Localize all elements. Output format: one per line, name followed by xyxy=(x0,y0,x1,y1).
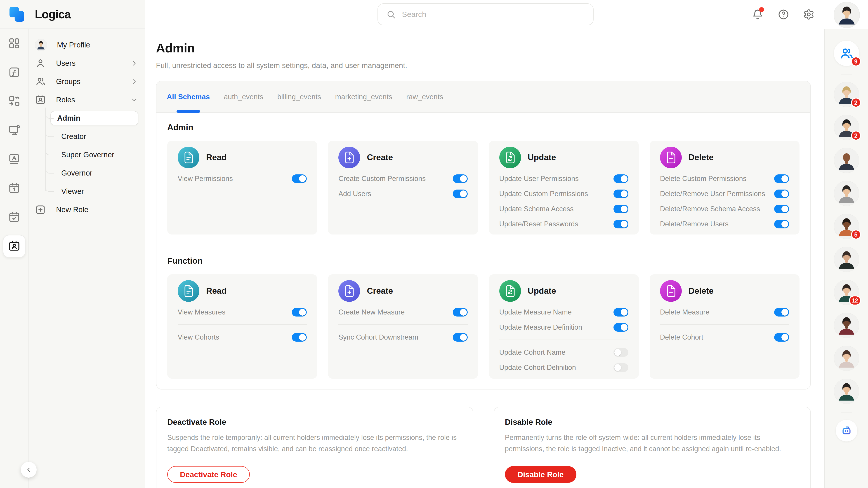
role-label: Super Governer xyxy=(61,151,114,159)
roles-card-icon xyxy=(8,240,21,253)
rail-avatar-6[interactable] xyxy=(834,247,859,272)
danger-card-description: Suspends the role temporarily: all curre… xyxy=(167,432,461,454)
chevron-right-icon xyxy=(130,77,138,86)
card-header: Update xyxy=(499,147,628,168)
toggle-sync-cohort-downstream[interactable] xyxy=(453,333,468,341)
admin-delete-card: Delete Delete Custom Permissions Delete/… xyxy=(650,141,800,234)
rail-avatar-4[interactable] xyxy=(834,181,859,206)
sidebar-role-viewer[interactable]: Viewer xyxy=(45,182,138,200)
permission-row: Delete Measure xyxy=(660,304,789,320)
permission-label: Update Measure Definition xyxy=(499,323,582,331)
sidebar-role-admin[interactable]: Admin xyxy=(45,109,138,127)
toggle-update-custom-permissions[interactable] xyxy=(614,190,628,198)
tab-auth_events[interactable]: auth_events xyxy=(224,81,263,112)
rail-pipeline[interactable] xyxy=(7,94,21,108)
function-icon xyxy=(8,66,21,78)
rail-calendar-check[interactable] xyxy=(7,210,21,224)
sidebar-item-roles[interactable]: Roles xyxy=(34,91,138,109)
sidebar-item-users[interactable]: Users xyxy=(34,54,138,72)
toggle-delete-custom-permissions[interactable] xyxy=(774,174,789,183)
toggle-create-new-measure[interactable] xyxy=(453,308,468,317)
user-avatar[interactable] xyxy=(834,2,860,28)
rail-avatar-5[interactable]: 5 xyxy=(834,214,859,239)
sidebar-item-my-profile[interactable]: My Profile xyxy=(34,36,138,54)
permission-row: Delete Custom Permissions xyxy=(660,171,789,186)
permission-label: Add Users xyxy=(338,190,371,198)
disable-role-button[interactable]: Disable Role xyxy=(505,466,577,483)
toggle-delete-remove-users[interactable] xyxy=(774,220,789,228)
toggle-update-cohort-definition[interactable] xyxy=(614,363,628,372)
toggle-delete-remove-schema-access[interactable] xyxy=(774,205,789,213)
toggle-update-cohort-name[interactable] xyxy=(614,348,628,357)
toggle-delete-cohort[interactable] xyxy=(774,333,789,341)
card-title: Update xyxy=(528,153,556,162)
rail-avatar-2[interactable]: 2 xyxy=(834,115,859,140)
rail-calendar-date[interactable] xyxy=(7,181,21,195)
rail-monitor[interactable] xyxy=(7,123,21,137)
role-label: Viewer xyxy=(61,187,84,196)
permission-row: Update Cohort Definition xyxy=(499,360,628,375)
admin-update-card: Update Update User Permissions Update Cu… xyxy=(489,141,639,234)
permission-row: Update/Reset Passwords xyxy=(499,217,628,232)
toggle-update-user-permissions[interactable] xyxy=(614,174,628,183)
permission-row: Update User Permissions xyxy=(499,171,628,186)
sidebar-item-label: Groups xyxy=(56,77,120,86)
tab-all-schemas[interactable]: All Schemas xyxy=(167,81,210,112)
function-delete-card: Delete Delete Measure Delete Cohort xyxy=(650,274,800,379)
permission-row: Sync Cohort Downstream xyxy=(338,330,467,345)
permission-label: Delete/Remove Schema Access xyxy=(660,205,760,213)
rail-roles-card-active[interactable] xyxy=(3,235,26,258)
sidebar-collapse-button[interactable] xyxy=(21,462,37,478)
tab-raw_events[interactable]: raw_events xyxy=(406,81,443,112)
rail-avatar-10[interactable] xyxy=(834,379,859,404)
toggle-create-custom-permissions[interactable] xyxy=(453,174,468,183)
permission-label: Update Measure Name xyxy=(499,308,572,316)
settings-gear-icon[interactable] xyxy=(802,8,815,21)
assistant-robot-button[interactable] xyxy=(836,420,857,442)
rail-dashboard[interactable] xyxy=(7,37,21,50)
sidebar-item-new-role[interactable]: New Role xyxy=(34,200,138,219)
tab-billing_events[interactable]: billing_events xyxy=(277,81,321,112)
sidebar-role-governor[interactable]: Governor xyxy=(45,164,138,182)
dashboard-icon xyxy=(8,37,21,50)
toggle-view-permissions[interactable] xyxy=(292,174,307,183)
card-title: Create xyxy=(367,286,393,296)
permission-row: Delete/Remove Schema Access xyxy=(660,201,789,217)
toggle-add-users[interactable] xyxy=(453,190,468,198)
help-icon[interactable] xyxy=(777,8,790,21)
toggle-view-measures[interactable] xyxy=(292,308,307,317)
card-title: Update xyxy=(528,286,556,296)
search-bar[interactable] xyxy=(377,3,594,25)
toggle-update-schema-access[interactable] xyxy=(614,205,628,213)
toggle-delete-remove-user-permissions[interactable] xyxy=(774,190,789,198)
sidebar-item-groups[interactable]: Groups xyxy=(34,72,138,91)
doc-sync-icon xyxy=(499,147,521,168)
permission-label: View Measures xyxy=(178,308,225,316)
rail-function[interactable] xyxy=(7,66,21,79)
sidebar-role-creator[interactable]: Creator xyxy=(45,127,138,145)
search-input[interactable] xyxy=(401,10,585,19)
rail-avatar-9[interactable] xyxy=(834,346,859,371)
function-create-card: Create Create New Measure Sync Cohort Do… xyxy=(328,274,478,379)
rail-users-button[interactable]: 9 xyxy=(834,41,859,66)
toggle-update-reset-passwords[interactable] xyxy=(614,220,628,228)
rail-typography[interactable] xyxy=(7,152,21,166)
toggle-view-cohorts[interactable] xyxy=(292,333,307,341)
toggle-update-measure-definition[interactable] xyxy=(614,323,628,332)
role-label: Governor xyxy=(61,169,92,177)
rail-avatar-7[interactable]: 12 xyxy=(834,280,859,305)
logo[interactable]: Logica xyxy=(0,0,145,29)
rail-avatar-3[interactable] xyxy=(834,148,859,173)
rail-avatar-8[interactable] xyxy=(834,313,859,338)
deactivate-role-button[interactable]: Deactivate Role xyxy=(167,466,250,483)
section-title-function: Function xyxy=(167,256,800,266)
toggle-delete-measure[interactable] xyxy=(774,308,789,317)
rail-avatar-1[interactable]: 2 xyxy=(834,82,859,107)
card-header: Delete xyxy=(660,147,789,168)
main-content: Admin Full, unrestricted access to all s… xyxy=(145,29,825,488)
toggle-update-measure-name[interactable] xyxy=(614,308,628,317)
sidebar-role-super-governer[interactable]: Super Governer xyxy=(45,145,138,164)
tab-marketing_events[interactable]: marketing_events xyxy=(335,81,393,112)
notifications-bell-icon[interactable] xyxy=(751,8,765,21)
permission-label: View Cohorts xyxy=(178,333,219,341)
